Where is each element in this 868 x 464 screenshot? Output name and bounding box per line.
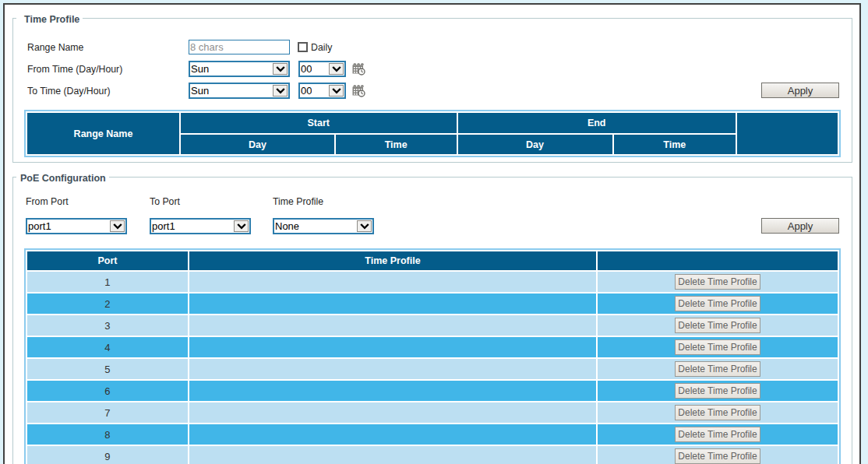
from-hour-select[interactable]: 00 [298, 61, 346, 77]
time-profile-apply-button[interactable]: Apply [761, 83, 839, 98]
time-profile-cell [189, 446, 596, 464]
col-header-port: Port [27, 251, 188, 270]
calendar-clock-icon[interactable] [352, 63, 365, 76]
action-cell: Delete Time Profile [598, 337, 838, 357]
from-port-select[interactable]: port1 [26, 218, 127, 234]
delete-time-profile-button[interactable]: Delete Time Profile [675, 339, 760, 355]
time-profile-cell [189, 337, 596, 357]
port-cell: 2 [27, 294, 188, 314]
port-cell: 5 [27, 359, 188, 379]
poe-configuration-section: PoE Configuration From Port To Port Time… [12, 177, 852, 464]
port-cell: 6 [27, 381, 188, 401]
time-profile-cell [189, 359, 596, 379]
range-name-input[interactable] [189, 40, 290, 54]
delete-time-profile-button[interactable]: Delete Time Profile [675, 383, 760, 399]
from-time-label: From Time (Day/Hour) [27, 64, 189, 75]
time-profile-cell [189, 402, 596, 423]
daily-checkbox[interactable] [298, 42, 308, 52]
delete-time-profile-button[interactable]: Delete Time Profile [675, 427, 760, 442]
delete-time-profile-button[interactable]: Delete Time Profile [675, 361, 760, 377]
time-profile-legend: Time Profile [16, 14, 83, 26]
col-header-start-time: Time [336, 135, 457, 154]
chevron-down-icon [329, 85, 344, 97]
col-header-actions [598, 251, 838, 270]
col-header-end-time: Time [614, 135, 736, 154]
port-cell: 3 [27, 315, 188, 336]
poe-table-row: 5 Delete Time Profile [27, 359, 838, 379]
to-time-row: To Time (Day/Hour) Sun 00 [27, 83, 839, 99]
port-cell: 1 [27, 272, 188, 292]
col-header-actions [737, 113, 838, 154]
poe-table-row: 7 Delete Time Profile [27, 402, 838, 423]
col-header-end-day: Day [458, 135, 612, 154]
range-name-label: Range Name [27, 42, 189, 53]
to-port-label: To Port [150, 196, 273, 208]
time-profile-section: Time Profile Range Name Daily From Time … [12, 18, 852, 163]
poe-table-row: 8 Delete Time Profile [27, 424, 838, 445]
poe-table: Port Time Profile 1 Delete Time Profile … [24, 248, 841, 464]
action-cell: Delete Time Profile [598, 424, 838, 445]
delete-time-profile-button[interactable]: Delete Time Profile [675, 274, 760, 290]
col-header-time-profile: Time Profile [189, 251, 596, 270]
port-cell: 9 [27, 446, 188, 464]
poe-controls-row: port1 port1 None Apply [26, 218, 839, 234]
action-cell: Delete Time Profile [598, 359, 838, 379]
action-cell: Delete Time Profile [598, 446, 838, 464]
col-header-start-day: Day [181, 135, 334, 154]
port-cell: 8 [27, 424, 188, 445]
action-cell: Delete Time Profile [598, 294, 838, 314]
poe-table-row: 2 Delete Time Profile [27, 294, 838, 314]
action-cell: Delete Time Profile [598, 402, 838, 423]
chevron-down-icon [273, 85, 288, 97]
range-name-row: Range Name Daily [27, 39, 839, 55]
calendar-clock-icon[interactable] [352, 85, 365, 97]
delete-time-profile-button[interactable]: Delete Time Profile [675, 296, 760, 311]
action-cell: Delete Time Profile [598, 272, 838, 292]
time-profile-cell [189, 272, 596, 292]
chevron-down-icon [234, 220, 249, 232]
chevron-down-icon [110, 220, 125, 232]
col-header-range-name: Range Name [27, 113, 179, 154]
chevron-down-icon [357, 220, 372, 232]
delete-time-profile-button[interactable]: Delete Time Profile [675, 318, 760, 333]
time-profile-cell [189, 315, 596, 336]
chevron-down-icon [273, 63, 288, 75]
poe-table-row: 6 Delete Time Profile [27, 381, 838, 401]
action-cell: Delete Time Profile [598, 315, 838, 336]
time-profile-select-label: Time Profile [273, 196, 323, 208]
port-cell: 7 [27, 402, 188, 423]
chevron-down-icon [329, 63, 344, 75]
from-day-select[interactable]: Sun [189, 61, 290, 77]
time-profile-select[interactable]: None [273, 218, 374, 234]
time-profile-table: Range Name Start End Day Time Day Time [24, 110, 841, 157]
to-time-label: To Time (Day/Hour) [27, 86, 189, 97]
delete-time-profile-button[interactable]: Delete Time Profile [675, 405, 760, 420]
to-day-select[interactable]: Sun [189, 83, 290, 99]
poe-table-row: 9 Delete Time Profile [27, 446, 838, 464]
time-profile-cell [189, 424, 596, 445]
from-time-row: From Time (Day/Hour) Sun 00 [27, 61, 839, 77]
content-panel: Time Profile Range Name Daily From Time … [3, 3, 861, 464]
poe-table-row: 4 Delete Time Profile [27, 337, 838, 357]
time-profile-cell [189, 294, 596, 314]
to-hour-select[interactable]: 00 [298, 83, 346, 99]
col-header-end: End [458, 113, 736, 133]
time-profile-cell [189, 381, 596, 401]
col-header-start: Start [181, 113, 457, 133]
delete-time-profile-button[interactable]: Delete Time Profile [675, 448, 760, 464]
to-port-select[interactable]: port1 [150, 218, 251, 234]
action-cell: Delete Time Profile [598, 381, 838, 401]
daily-label: Daily [311, 42, 332, 53]
poe-labels-row: From Port To Port Time Profile [26, 196, 841, 208]
poe-apply-button[interactable]: Apply [761, 218, 839, 234]
from-port-label: From Port [26, 196, 150, 208]
poe-table-row: 3 Delete Time Profile [27, 315, 838, 336]
poe-table-row: 1 Delete Time Profile [27, 272, 838, 292]
poe-configuration-legend: PoE Configuration [16, 173, 109, 185]
port-cell: 4 [27, 337, 188, 357]
